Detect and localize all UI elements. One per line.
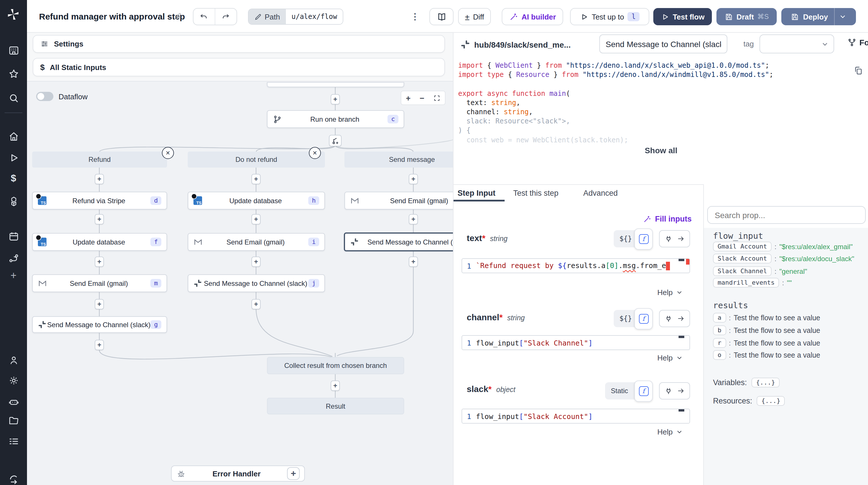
deploy-chevron-icon[interactable] xyxy=(839,12,847,21)
channel-javascript-toggle[interactable]: f xyxy=(634,308,653,329)
runs-play-icon[interactable] xyxy=(0,152,27,164)
step-code-preview[interactable]: import { WebClient } from "https://deno.… xyxy=(458,61,773,144)
insert-step-plus[interactable]: + xyxy=(95,214,104,224)
insert-step-plus[interactable]: + xyxy=(251,257,260,267)
tab-step-input[interactable]: Step Input xyxy=(458,189,495,197)
collect-result-node[interactable]: Collect result from chosen branch xyxy=(267,357,404,374)
path-chip[interactable]: Path u/alex/flow xyxy=(248,9,343,25)
remove-branch-close-icon[interactable]: ✕ xyxy=(309,147,321,159)
step-name-input[interactable] xyxy=(599,34,727,53)
favorites-star-icon[interactable] xyxy=(0,68,27,80)
folders-icon[interactable] xyxy=(0,415,27,426)
step-node-send-message-slack[interactable]: Send Message to Channel (slack) g xyxy=(32,316,167,333)
search-props-input[interactable] xyxy=(707,206,866,224)
step-node-send-email[interactable]: Send Email (gmail) i xyxy=(188,233,325,251)
step-node-send-email[interactable]: Send Email (gmail) m xyxy=(32,274,167,292)
step-node-send-message-slack[interactable]: Send Message to Channel (slack) j xyxy=(188,274,325,292)
test-up-to-button[interactable]: Test up to l xyxy=(570,8,649,25)
results-title[interactable]: results xyxy=(713,301,748,310)
prop-row[interactable]: Slack Channel: "general" xyxy=(713,266,807,276)
arrow-right-icon[interactable] xyxy=(677,235,685,243)
flow-title[interactable]: Refund manager with approval step xyxy=(39,11,185,21)
settings-gear-icon[interactable] xyxy=(0,375,27,386)
help-logout-icon[interactable] xyxy=(0,474,27,485)
add-branch-button[interactable] xyxy=(329,135,342,147)
hub-script-path[interactable]: hub/849/slack/send_me... xyxy=(474,40,570,50)
input-node-partial[interactable] xyxy=(267,82,404,87)
step-node-refund-via-stripe[interactable]: TS Refund via Stripe d xyxy=(32,192,167,209)
redo-button[interactable] xyxy=(215,9,237,25)
test-flow-button[interactable]: Test flow xyxy=(653,8,712,25)
plug-icon[interactable] xyxy=(664,314,673,323)
plug-icon[interactable] xyxy=(664,387,673,395)
prop-row[interactable]: Slack Account: "$res:u/alex/docu_slack" xyxy=(713,254,854,263)
workspace-icon[interactable] xyxy=(0,45,27,56)
copy-code-icon[interactable] xyxy=(854,66,863,75)
branch-header-send-message[interactable]: Send message xyxy=(344,152,453,168)
slack-javascript-toggle[interactable]: f xyxy=(634,381,653,402)
fill-inputs-button[interactable]: Fill inputs xyxy=(643,215,692,223)
audit-list-icon[interactable] xyxy=(0,435,27,447)
variables-row[interactable]: Variables: {...} xyxy=(713,378,780,387)
help-toggle[interactable]: Help xyxy=(657,428,683,436)
ai-builder-button[interactable]: AI builder xyxy=(502,8,563,25)
tab-advanced[interactable]: Advanced xyxy=(583,189,618,197)
docs-book-button[interactable] xyxy=(429,8,454,25)
schedules-calendar-icon[interactable] xyxy=(0,231,27,242)
undo-button[interactable] xyxy=(193,9,215,25)
plug-icon[interactable] xyxy=(664,234,673,243)
result-node[interactable]: Result xyxy=(267,398,404,414)
home-icon[interactable] xyxy=(0,131,27,142)
tag-select[interactable] xyxy=(760,34,834,53)
help-toggle[interactable]: Help xyxy=(657,288,683,297)
result-row[interactable]: a: Test the flow to see a value xyxy=(713,313,820,323)
result-row[interactable]: o: Test the flow to see a value xyxy=(713,350,820,360)
insert-step-plus[interactable]: + xyxy=(251,174,260,184)
user-icon[interactable] xyxy=(0,355,27,366)
insert-step-plus[interactable]: + xyxy=(95,299,104,310)
step-node-send-email[interactable]: Send Email (gmail) xyxy=(344,192,453,209)
show-all-link[interactable]: Show all xyxy=(454,146,868,155)
more-options-kebab-icon[interactable]: ⋮ xyxy=(408,9,422,24)
insert-step-plus[interactable]: + xyxy=(331,381,340,391)
step-node-update-database[interactable]: TS Update database h xyxy=(188,192,325,209)
deploy-button[interactable]: Deploy xyxy=(781,8,856,25)
slack-expression-editor[interactable]: 1 flow_input["Slack Account"] xyxy=(462,409,690,424)
add-plus-icon[interactable]: + xyxy=(0,270,27,282)
result-row[interactable]: r: Test the flow to see a value xyxy=(713,338,820,348)
add-error-handler-plus[interactable]: + xyxy=(287,467,300,480)
run-one-branch-node[interactable]: Run one branch c xyxy=(267,110,404,128)
help-toggle[interactable]: Help xyxy=(657,354,683,362)
edit-title-pencil-icon[interactable] xyxy=(174,12,182,21)
insert-step-plus[interactable]: + xyxy=(251,299,260,310)
resources-cubes-icon[interactable] xyxy=(0,196,27,207)
insert-step-plus[interactable]: + xyxy=(409,257,418,267)
routes-icon[interactable] xyxy=(0,253,27,264)
prop-row[interactable]: Gmail Account: "$res:u/alex/alex_gmail" xyxy=(713,241,853,251)
result-row[interactable]: b: Test the flow to see a value xyxy=(713,325,820,335)
flow-canvas[interactable]: Settings $ All Static Inputs Dataflow + … xyxy=(27,33,453,485)
text-javascript-toggle[interactable]: f xyxy=(634,228,653,250)
error-handler-node[interactable]: Error Handler + xyxy=(171,465,305,482)
insert-step-plus[interactable]: + xyxy=(251,214,260,224)
variables-dollar-icon[interactable]: $ xyxy=(0,173,27,184)
arrow-right-icon[interactable] xyxy=(677,315,685,323)
insert-step-plus[interactable]: + xyxy=(95,257,104,267)
prop-row[interactable]: mandrill_events: "" xyxy=(713,278,792,288)
branch-header-refund[interactable]: Refund xyxy=(32,152,167,168)
insert-step-plus[interactable]: + xyxy=(409,214,418,224)
workers-robot-icon[interactable] xyxy=(0,396,27,408)
step-node-send-message-slack-selected[interactable]: Send Message to Channel (slack) xyxy=(344,232,453,251)
insert-step-plus[interactable]: + xyxy=(409,174,418,184)
remove-branch-close-icon[interactable]: ✕ xyxy=(162,147,174,159)
text-expression-editor[interactable]: 1 `Refund request by ${results.a[0].msg.… xyxy=(462,258,690,273)
tab-test-this-step[interactable]: Test this step xyxy=(513,189,559,197)
channel-expression-editor[interactable]: 1 flow_input["Slack Channel"] xyxy=(462,335,690,350)
insert-step-plus[interactable]: + xyxy=(331,94,340,104)
draft-button[interactable]: Draft ⌘S xyxy=(716,8,777,25)
search-icon[interactable] xyxy=(0,92,27,104)
step-node-update-database[interactable]: TS Update database f xyxy=(32,233,167,251)
branch-header-do-not-refund[interactable]: Do not refund xyxy=(188,152,325,168)
resources-row[interactable]: Resources: {...} xyxy=(713,396,785,406)
arrow-right-icon[interactable] xyxy=(677,387,685,395)
